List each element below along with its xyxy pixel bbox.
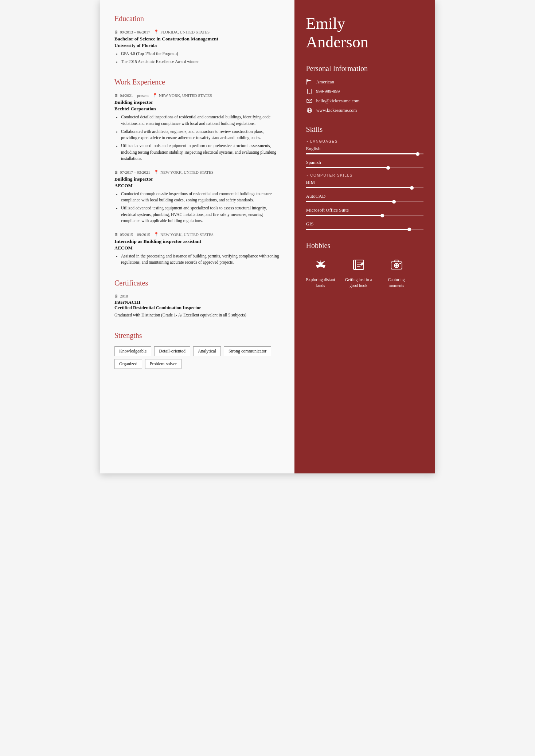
work-1-company: Bechtel Corporation (114, 106, 281, 112)
hobbies-section: Hobbies Exploring distant lands (306, 241, 423, 288)
resume-container: Education 🗓 09/2013 – 06/2017 📍 FLORIDA,… (100, 0, 435, 473)
education-title: Education (114, 15, 281, 23)
work-2-meta: 🗓 07/2017 – 03/2021 📍 NEW YORK, UNITED S… (114, 170, 281, 174)
last-name: Anderson (306, 33, 368, 51)
phone-icon (306, 88, 313, 95)
msoffice-name: Microsoft Office Suite (306, 207, 423, 213)
svg-rect-3 (309, 93, 310, 94)
work-section: Work Experience 🗓 04/2021 – present 📍 NE… (114, 78, 281, 265)
strength-tag-6: Problem-solver (145, 359, 181, 369)
work-2-bullet-1: Conducted thorough on-site inspections o… (121, 191, 281, 204)
msoffice-bar-bg (306, 215, 423, 216)
loc-icon: 📍 (154, 29, 159, 34)
name-block: Emily Anderson (306, 15, 423, 51)
spanish-name: Spanish (306, 160, 423, 165)
autocad-bar-bg (306, 201, 423, 202)
spanish-bar-fill (306, 167, 388, 168)
website-text: www.kickresume.com (316, 108, 357, 113)
strengths-title: Strengths (114, 331, 281, 340)
skill-english: English (306, 146, 423, 154)
cert-org: InterNACHI (114, 299, 281, 305)
hobby-travel-label: Exploring distant lands (306, 277, 335, 288)
english-bar-dot (416, 152, 419, 156)
strength-tag-3: Analytical (193, 346, 221, 356)
hobbies-title: Hobbies (306, 241, 423, 250)
cal-icon-w2: 🗓 (114, 170, 118, 174)
svg-rect-0 (306, 79, 307, 84)
personal-email: hello@kickresume.com (306, 98, 423, 104)
work-1-title: Building inspector (114, 99, 281, 106)
personal-section: Personal Information American 9 (306, 64, 423, 114)
work-3-company: AECOM (114, 245, 281, 251)
bim-bar-bg (306, 187, 423, 188)
languages-label: ~ LANGUAGES (306, 139, 423, 143)
education-bullet-1: GPA 4.0 (Top 1% of the Program) (121, 51, 281, 57)
book-icon (350, 256, 367, 273)
work-1-location: NEW YORK, UNITED STATES (159, 93, 212, 98)
work-3-bullets: Assisted in the processing and issuance … (114, 253, 281, 266)
strengths-section: Strengths Knowledgeable Detail-oriented … (114, 331, 281, 369)
skills-title: Skills (306, 125, 423, 134)
cal-icon-w3: 🗓 (114, 232, 118, 237)
nationality-text: American (316, 79, 334, 85)
cal-icon-w1: 🗓 (114, 93, 118, 98)
work-1-bullet-1: Conducted detailed inspections of reside… (121, 114, 281, 127)
autocad-bar-dot (392, 200, 396, 204)
gis-bar-dot (407, 228, 411, 231)
work-title: Work Experience (114, 78, 281, 86)
education-location: FLORIDA, UNITED STATES (160, 30, 210, 34)
work-entry-1: 🗓 04/2021 – present 📍 NEW YORK, UNITED S… (114, 93, 281, 162)
skill-autocad: AutoCAD (306, 193, 423, 202)
work-1-bullets: Conducted detailed inspections of reside… (114, 114, 281, 162)
spanish-bar-dot (386, 166, 390, 170)
work-2-company: AECOM (114, 183, 281, 189)
cert-year: 🗓 2018 (114, 294, 281, 298)
flag-icon (306, 79, 313, 85)
camera-icon (388, 256, 405, 273)
bim-bar-fill (306, 187, 412, 188)
certificates-title: Certificates (114, 279, 281, 287)
svg-marker-1 (307, 79, 312, 82)
work-1-bullet-2: Collaborated with architects, engineers,… (121, 129, 281, 141)
computer-skills-label: ~ COMPUTER SKILLS (306, 173, 423, 177)
strength-tag-2: Detail-oriented (154, 346, 190, 356)
work-entry-3: 🗓 05/2015 – 09/2015 📍 NEW YORK, UNITED S… (114, 232, 281, 265)
work-3-meta: 🗓 05/2015 – 09/2015 📍 NEW YORK, UNITED S… (114, 232, 281, 237)
english-bar-bg (306, 153, 423, 154)
strengths-grid: Knowledgeable Detail-oriented Analytical… (114, 346, 281, 369)
hobby-travel: Exploring distant lands (306, 256, 335, 288)
personal-phone: 999-999-999 (306, 88, 423, 95)
email-icon (306, 98, 313, 104)
personal-nationality: American (306, 79, 423, 85)
autocad-name: AutoCAD (306, 193, 423, 199)
education-bullets: GPA 4.0 (Top 1% of the Program) The 2015… (114, 51, 281, 65)
gis-bar-bg (306, 229, 423, 230)
education-entry: 🗓 09/2013 – 06/2017 📍 FLORIDA, UNITED ST… (114, 29, 281, 65)
left-column: Education 🗓 09/2013 – 06/2017 📍 FLORIDA,… (100, 0, 294, 473)
work-entry-2: 🗓 07/2017 – 03/2021 📍 NEW YORK, UNITED S… (114, 170, 281, 224)
education-section: Education 🗓 09/2013 – 06/2017 📍 FLORIDA,… (114, 15, 281, 65)
work-1-date: 04/2021 – present (120, 93, 149, 98)
strength-tag-1: Knowledgeable (114, 346, 151, 356)
certificates-section: Certificates 🗓 2018 InterNACHI Certified… (114, 279, 281, 318)
cal-icon-cert: 🗓 (114, 294, 118, 298)
msoffice-bar-dot (380, 214, 384, 217)
first-name: Emily (306, 15, 345, 32)
msoffice-bar-fill (306, 215, 383, 216)
education-school: University of Florida (114, 43, 281, 48)
spanish-bar-bg (306, 167, 423, 168)
loc-icon-w2: 📍 (154, 170, 159, 174)
education-degree: Bachelor of Science in Construction Mana… (114, 36, 281, 43)
personal-title: Personal Information (306, 64, 423, 73)
loc-icon-w3: 📍 (154, 232, 159, 237)
cert-title: Certified Residential Combination Inspec… (114, 305, 281, 311)
skill-spanish: Spanish (306, 160, 423, 168)
work-3-bullet-1: Assisted in the processing and issuance … (121, 253, 281, 266)
strength-tag-4: Strong communicator (224, 346, 271, 356)
work-3-location: NEW YORK, UNITED STATES (160, 232, 214, 237)
plane-icon (312, 256, 329, 273)
work-2-bullet-2: Utilized advanced testing equipment and … (121, 205, 281, 224)
gis-bar-fill (306, 229, 410, 230)
work-2-location: NEW YORK, UNITED STATES (160, 170, 214, 174)
phone-text: 999-999-999 (316, 89, 340, 94)
